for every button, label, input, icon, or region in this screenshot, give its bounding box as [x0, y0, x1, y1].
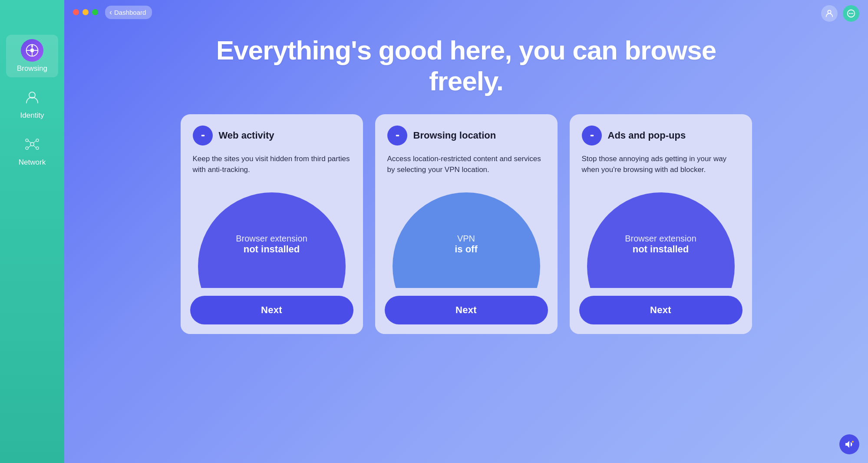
card-browsing-location-header: ••• Browsing location [387, 126, 545, 146]
sidebar-item-browsing[interactable]: Browsing [6, 35, 58, 77]
svg-line-15 [28, 146, 31, 148]
web-activity-visual: Browser extension not installed [181, 192, 363, 288]
svg-point-21 [852, 13, 853, 14]
browsing-location-footer: Next [375, 288, 558, 334]
web-activity-footer: Next [181, 288, 363, 334]
back-arrow-icon: ‹ [109, 8, 112, 17]
heading-line1: Everything's good here, you can browse [216, 35, 716, 65]
browsing-location-icon: ••• [387, 126, 407, 146]
ads-popups-icon: ••• [582, 126, 602, 146]
ads-popups-next-button[interactable]: Next [579, 296, 743, 324]
svg-point-22 [852, 441, 854, 443]
card-web-activity-top: ••• Web activity Keep the sites you visi… [181, 114, 363, 192]
card-web-activity-header: ••• Web activity [193, 126, 351, 146]
close-button[interactable] [73, 9, 79, 15]
card-browsing-location-top: ••• Browsing location Access location-re… [375, 114, 558, 192]
svg-point-9 [26, 139, 28, 142]
megaphone-icon-button[interactable] [839, 434, 859, 454]
svg-point-19 [849, 13, 850, 14]
sidebar: Browsing Identity Network [0, 0, 64, 463]
svg-point-11 [26, 147, 28, 149]
heading-line2: freely. [429, 66, 503, 96]
web-activity-icon: ••• [193, 126, 213, 146]
main-content: ‹ Dashboard Everything's good here [64, 0, 868, 463]
titlebar: ‹ Dashboard [64, 0, 868, 24]
svg-line-16 [33, 146, 36, 148]
web-activity-status-top: Browser extension [236, 234, 307, 244]
sidebar-network-label: Network [19, 158, 46, 167]
browsing-location-next-button[interactable]: Next [385, 296, 548, 324]
svg-point-20 [851, 13, 852, 14]
ads-popups-footer: Next [570, 288, 752, 334]
card-ads-popups-top: ••• Ads and pop-ups Stop those annoying … [570, 114, 752, 192]
web-activity-semicircle: Browser extension not installed [198, 192, 346, 288]
sidebar-item-network[interactable]: Network [6, 129, 58, 171]
sidebar-browsing-label: Browsing [17, 64, 47, 73]
web-activity-next-button[interactable]: Next [190, 296, 353, 324]
ads-popups-semicircle: Browser extension not installed [587, 192, 735, 288]
browsing-location-visual: VPN is off [375, 192, 558, 288]
main-heading: Everything's good here, you can browse f… [216, 35, 716, 97]
ads-popups-description: Stop those annoying ads getting in your … [582, 153, 740, 192]
ads-popups-status-top: Browser extension [625, 234, 696, 244]
ads-popups-status-bold: not installed [633, 244, 689, 255]
browsing-location-description: Access location-restricted content and s… [387, 153, 545, 192]
browsing-icon [21, 39, 43, 62]
web-activity-status-bold: not installed [244, 244, 300, 255]
card-ads-popups-header: ••• Ads and pop-ups [582, 126, 740, 146]
svg-line-14 [33, 141, 36, 143]
sidebar-identity-label: Identity [20, 111, 44, 120]
web-activity-description: Keep the sites you visit hidden from thi… [193, 153, 351, 192]
svg-point-8 [30, 142, 34, 146]
window-controls [73, 9, 98, 15]
minimize-button[interactable] [83, 9, 89, 15]
svg-point-1 [30, 49, 34, 53]
browsing-location-status-bold: is off [455, 244, 478, 255]
maximize-button[interactable] [92, 9, 98, 15]
browsing-location-title: Browsing location [413, 130, 496, 141]
card-ads-popups: ••• Ads and pop-ups Stop those annoying … [570, 114, 752, 334]
sidebar-item-identity[interactable]: Identity [6, 82, 58, 124]
card-browsing-location: ••• Browsing location Access location-re… [375, 114, 558, 334]
identity-icon [21, 86, 43, 109]
user-icon-button[interactable] [821, 5, 838, 22]
svg-point-17 [828, 10, 831, 13]
ads-popups-visual: Browser extension not installed [570, 192, 752, 288]
network-icon [21, 133, 43, 155]
cards-container: ••• Web activity Keep the sites you visi… [167, 114, 766, 334]
web-activity-title: Web activity [219, 130, 274, 141]
browsing-location-status-top: VPN [457, 234, 475, 244]
card-web-activity: ••• Web activity Keep the sites you visi… [181, 114, 363, 334]
svg-point-10 [36, 139, 39, 142]
svg-line-13 [28, 141, 31, 143]
svg-point-12 [36, 147, 39, 149]
top-right-icons [821, 5, 859, 22]
ads-popups-title: Ads and pop-ups [608, 130, 686, 141]
chat-icon-button[interactable] [843, 5, 859, 22]
browsing-location-semicircle: VPN is off [393, 192, 540, 288]
back-button[interactable]: ‹ Dashboard [105, 6, 152, 19]
back-label: Dashboard [114, 9, 146, 16]
